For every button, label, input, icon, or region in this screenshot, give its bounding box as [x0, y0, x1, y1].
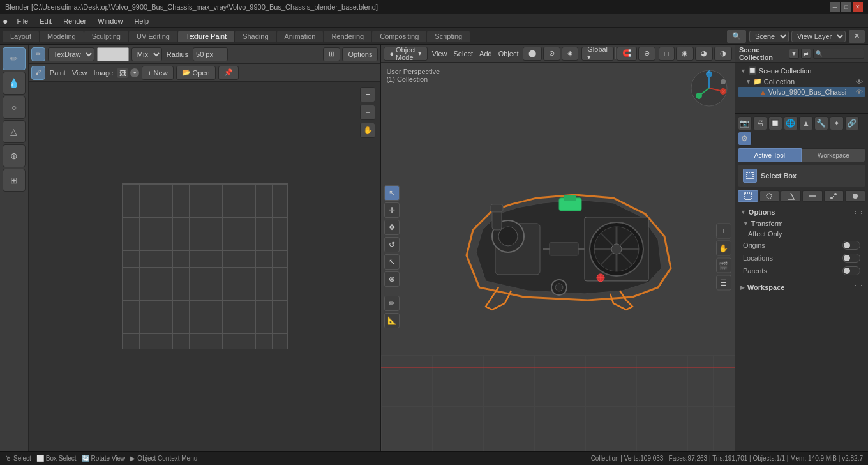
outliner-filter-btn[interactable]: ▼ [789, 49, 799, 59]
active-tool-tab[interactable]: Active Tool [738, 148, 802, 162]
viewport-shading-dot[interactable]: ⬤ [523, 47, 542, 61]
outliner-mesh-item[interactable]: ▶ ▲ Volvo_9900_Bus_Chassi 👁 [738, 87, 865, 97]
collection-eye-icon[interactable]: 👁 [856, 78, 863, 86]
image-icon[interactable]: 🖼 [117, 68, 128, 78]
parents-toggle[interactable] [842, 266, 860, 275]
prop-tab-active-tool[interactable]: ⚙ [738, 132, 752, 146]
vp-select-tool[interactable]: ↖ [384, 185, 400, 201]
menu-help[interactable]: Help [129, 16, 154, 26]
close-button[interactable]: ✕ [853, 2, 863, 12]
prop-tab-render[interactable]: 📷 [738, 116, 752, 130]
viewport-add-label[interactable]: Add [477, 50, 494, 57]
global-local-btn[interactable]: Global ▾ [581, 47, 613, 61]
outliner-sync-btn[interactable]: ⇌ [801, 49, 811, 59]
transform-header[interactable]: ▼ Transform [738, 218, 865, 229]
select-mode-btn-5[interactable] [845, 190, 865, 202]
proportional-btn[interactable]: ⊕ [638, 47, 655, 61]
prop-tab-object[interactable]: ▲ [799, 116, 813, 130]
view-label[interactable]: View [70, 69, 89, 77]
tab-rendering[interactable]: Rendering [324, 31, 371, 42]
wireframe-btn[interactable]: □ [659, 47, 675, 61]
new-btn[interactable]: + New [142, 66, 173, 80]
paint-label[interactable]: Paint [48, 69, 68, 77]
outliner-collection[interactable]: ▼ 📁 Collection 👁 [738, 76, 865, 87]
tab-layout[interactable]: Layout [3, 31, 39, 42]
tool-soften[interactable]: ○ [3, 96, 26, 119]
vp-rotate-tool[interactable]: ↺ [384, 237, 400, 252]
zoom-out-btn[interactable]: − [360, 105, 375, 120]
vp-measure-tool[interactable]: 📐 [384, 313, 400, 328]
snap-btn[interactable]: 🧲 [617, 47, 637, 61]
zoom-in-btn[interactable]: + [360, 87, 375, 102]
tab-sculpting[interactable]: Sculpting [84, 31, 128, 42]
scene-select[interactable]: Scene [749, 31, 789, 42]
blend-mode-select[interactable]: Mix [131, 47, 162, 61]
solid-btn[interactable]: ◉ [676, 47, 694, 61]
viewport-pan-nav-btn[interactable]: ✋ [716, 241, 731, 256]
view-layer-select[interactable]: View Layer [791, 31, 846, 42]
tool-texdraw[interactable]: ✏ [3, 47, 26, 70]
brush-mode-select[interactable]: TexDraw [48, 47, 94, 61]
viewport-overlay-btn[interactable]: ⊙ [543, 47, 560, 61]
workspace-tab-btn[interactable]: Workspace [802, 148, 865, 162]
material-btn[interactable]: ◕ [695, 47, 713, 61]
select-mode-btn-3[interactable] [802, 190, 823, 202]
viewport-object-label[interactable]: Object [497, 50, 521, 57]
tab-animation[interactable]: Animation [277, 31, 324, 42]
outliner-search[interactable]: 🔍 [813, 49, 864, 59]
open-btn[interactable]: 📂 Open [176, 66, 216, 80]
tab-modeling[interactable]: Modeling [40, 31, 84, 42]
menu-file[interactable]: File [11, 16, 33, 26]
maximize-button[interactable]: □ [841, 2, 851, 12]
viewport-menu-btn[interactable]: ☰ [716, 275, 731, 291]
menu-edit[interactable]: Edit [34, 16, 57, 26]
prop-tab-scene[interactable]: 🔲 [768, 116, 782, 130]
gizmo-svg[interactable]: X Y Z [690, 69, 728, 107]
vp-move-tool[interactable]: ✥ [384, 220, 400, 235]
render-btn[interactable]: ◑ [714, 47, 732, 61]
menu-render[interactable]: Render [58, 16, 91, 26]
tab-compositing[interactable]: Compositing [372, 31, 426, 42]
vp-transform-tool[interactable]: ⊕ [384, 271, 400, 287]
image-label[interactable]: Image [92, 69, 116, 77]
options-btn[interactable]: Options [342, 47, 378, 61]
prop-tab-modifier[interactable]: 🔧 [814, 116, 828, 130]
viewport-zoom-btn[interactable]: + [716, 224, 731, 239]
img-pin-icon[interactable]: ● [130, 68, 139, 77]
prop-tab-world[interactable]: 🌐 [784, 116, 798, 130]
viewport-view-label[interactable]: View [430, 50, 449, 57]
tool-fill[interactable]: 💧 [3, 72, 26, 95]
prop-tab-physics[interactable]: 🔗 [845, 116, 859, 130]
minimize-button[interactable]: ─ [830, 2, 840, 12]
viewport-xray-btn[interactable]: ◈ [562, 47, 578, 61]
workspace-pin-icon[interactable]: ⋮⋮ [854, 283, 863, 292]
select-mode-btn-2[interactable] [781, 190, 801, 202]
prop-tab-output[interactable]: 🖨 [753, 116, 767, 130]
tab-texture-paint[interactable]: Texture Paint [178, 31, 234, 42]
vp-annotate-tool[interactable]: ✏ [384, 296, 400, 311]
select-mode-btn-0[interactable] [738, 190, 758, 202]
viewport-camera-btn[interactable]: 🎬 [716, 258, 731, 273]
select-mode-btn-1[interactable] [760, 190, 780, 202]
viewport-select-label[interactable]: Select [452, 50, 475, 57]
tool-clone[interactable]: ⊕ [3, 144, 26, 167]
viewport-canvas[interactable]: User Perspective (1) Collection X Y [381, 63, 735, 451]
tool-smear[interactable]: △ [3, 120, 26, 143]
tab-scripting[interactable]: Scripting [427, 31, 470, 42]
options-pin-icon[interactable]: ⋮⋮ [854, 208, 863, 217]
tab-uv-editing[interactable]: UV Editing [129, 31, 177, 42]
vp-scale-tool[interactable]: ⤡ [384, 254, 400, 270]
tab-shading[interactable]: Shading [235, 31, 276, 42]
collapse-button[interactable]: ✕ [848, 29, 865, 43]
select-mode-btn-4[interactable] [824, 190, 844, 202]
options-header[interactable]: ▼ Options ⋮⋮ [738, 206, 865, 218]
radius-value[interactable]: 50 px [193, 47, 228, 61]
vp-cursor-tool[interactable]: ✛ [384, 202, 400, 218]
prop-tab-particles[interactable]: ✦ [830, 116, 844, 130]
origins-toggle[interactable] [842, 241, 860, 250]
pin-btn[interactable]: 📌 [218, 66, 239, 80]
uv-canvas[interactable]: + − ✋ [29, 82, 381, 451]
menu-window[interactable]: Window [93, 16, 128, 26]
workspace-section[interactable]: ▶ Workspace ⋮⋮ [738, 281, 865, 294]
viewport-mode-btn[interactable]: ● Object Mode ▾ [384, 47, 427, 61]
